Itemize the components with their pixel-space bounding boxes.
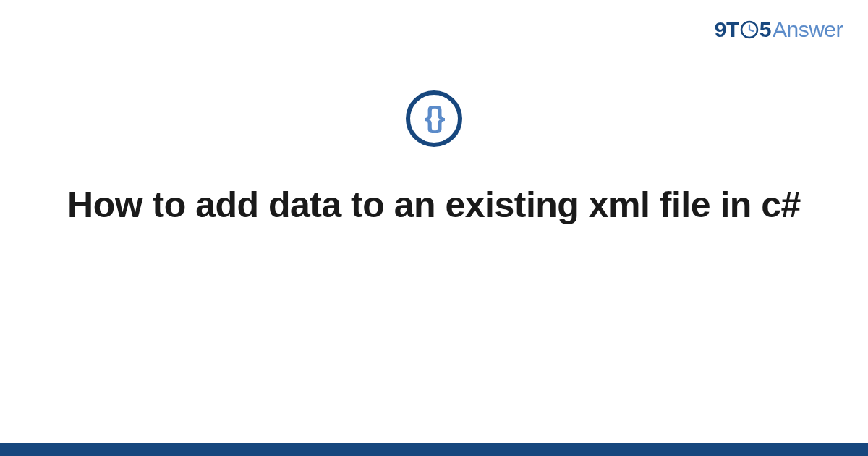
svg-line-2: [749, 30, 753, 31]
brand-five: 5: [760, 17, 771, 42]
brand-t: T: [726, 17, 739, 42]
brace-right: }: [434, 103, 444, 132]
brand-answer: Answer: [773, 17, 843, 42]
braces-glyph: { }: [424, 103, 443, 132]
brand-logo: 9 T 5 Answer: [715, 17, 843, 42]
clock-icon: [740, 20, 759, 39]
bottom-accent-bar: [0, 443, 868, 456]
code-braces-icon: { }: [406, 90, 462, 147]
brand-nine: 9: [715, 17, 726, 42]
center-content: { } How to add data to an existing xml f…: [0, 90, 868, 228]
page-title: How to add data to an existing xml file …: [67, 182, 801, 228]
brace-left: {: [424, 103, 434, 132]
